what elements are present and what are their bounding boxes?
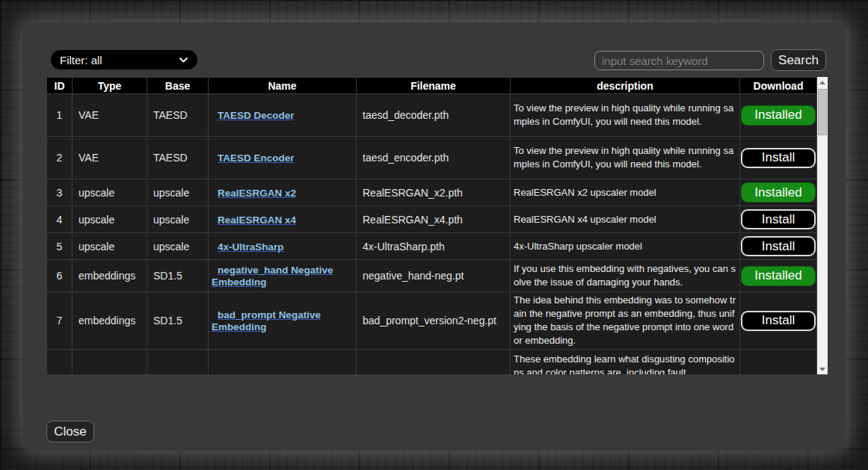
model-name-link[interactable]: RealESRGAN x4 (218, 214, 296, 226)
cell-type: VAE (73, 94, 147, 136)
cell-type: upscale (73, 233, 147, 259)
cell-base: TAESD (147, 94, 208, 136)
table-row: 3upscaleupscaleRealESRGAN x2RealESRGAN_x… (47, 179, 816, 205)
cell-description: RealESRGAN x4 upscaler model (511, 206, 739, 232)
cell-id: 5 (47, 233, 72, 259)
table-row: 1VAETAESDTAESD Decodertaesd_decoder.pthT… (47, 94, 816, 136)
cell-id: 1 (47, 94, 72, 136)
cell-name: RealESRGAN x4 (209, 206, 356, 232)
filter-select-value: Filter: all (60, 54, 102, 67)
cell-id (47, 350, 72, 374)
close-button[interactable]: Close (46, 421, 94, 442)
cell-type (73, 350, 147, 374)
cell-base: TAESD (147, 137, 208, 179)
cell-description: 4x-UltraSharp upscaler model (511, 233, 739, 259)
table-header-row: IDTypeBaseNameFilenamedescriptionDownloa… (47, 78, 816, 93)
cell-filename: bad_prompt_version2-neg.pt (357, 292, 510, 349)
cell-name (209, 350, 356, 374)
model-name-link[interactable]: 4x-UltraSharp (218, 241, 284, 253)
cell-type: embeddings (73, 260, 147, 291)
installed-button[interactable]: Installed (741, 266, 816, 286)
table-row: 5upscaleupscale4x-UltraSharp4x-UltraShar… (47, 233, 816, 259)
search-input[interactable] (594, 51, 764, 70)
cell-type: upscale (73, 206, 147, 232)
vertical-scrollbar[interactable] (817, 77, 828, 374)
install-button[interactable]: Install (741, 148, 816, 168)
install-button[interactable]: Install (741, 236, 816, 256)
cell-type: upscale (73, 179, 147, 205)
cell-description: To view the preview in high quality whil… (511, 137, 739, 179)
cell-download: Install (740, 137, 816, 179)
install-button[interactable]: Install (741, 209, 816, 229)
cell-type: embeddings (73, 292, 147, 349)
cell-id: 6 (47, 260, 72, 291)
table-row: These embedding learn what disgusting co… (47, 350, 816, 374)
cell-base: upscale (147, 233, 208, 259)
cell-name: 4x-UltraSharp (209, 233, 356, 259)
cell-name: TAESD Decoder (209, 94, 356, 136)
cell-id: 2 (47, 137, 72, 179)
cell-base: upscale (147, 206, 208, 232)
column-header-description: description (511, 78, 739, 93)
column-header-type: Type (73, 78, 147, 93)
search-button[interactable]: Search (771, 49, 826, 71)
cell-download: Install (740, 292, 816, 349)
cell-filename: taesd_decoder.pth (357, 94, 510, 136)
cell-download: Installed (740, 94, 816, 136)
cell-download: Install (740, 206, 816, 232)
cell-download (740, 350, 816, 374)
cell-filename (357, 350, 510, 374)
filter-select[interactable]: Filter: all (51, 50, 197, 69)
cell-name: bad_prompt Negative Embedding (209, 292, 356, 349)
cell-name: TAESD Encoder (209, 137, 356, 179)
model-name-link[interactable]: negative_hand Negative Embedding (212, 265, 333, 288)
cell-filename: RealESRGAN_x4.pth (357, 206, 510, 232)
chevron-down-icon (179, 57, 188, 64)
cell-description: If you use this embedding with negatives… (511, 260, 739, 291)
models-table-widget: IDTypeBaseNameFilenamedescriptionDownloa… (46, 77, 828, 374)
cell-description: RealESRGAN x2 upscaler model (511, 179, 739, 205)
model-name-link[interactable]: TAESD Decoder (218, 110, 295, 121)
cell-id: 7 (47, 292, 72, 349)
cell-id: 3 (47, 179, 72, 205)
models-table-scroll-area: IDTypeBaseNameFilenamedescriptionDownloa… (46, 77, 817, 374)
cell-filename: RealESRGAN_x2.pth (357, 179, 510, 205)
cell-name: RealESRGAN x2 (209, 179, 356, 205)
cell-filename: taesd_encoder.pth (357, 137, 510, 179)
cell-download: Install (740, 233, 816, 259)
scrollbar-down-arrow-icon[interactable] (817, 364, 828, 374)
column-header-base: Base (147, 78, 208, 93)
models-table: IDTypeBaseNameFilenamedescriptionDownloa… (46, 77, 817, 374)
table-row: 4upscaleupscaleRealESRGAN x4RealESRGAN_x… (47, 206, 816, 232)
cell-base: SD1.5 (147, 260, 208, 291)
cell-base (147, 350, 208, 374)
cell-base: upscale (147, 179, 208, 205)
installed-button[interactable]: Installed (741, 105, 816, 126)
column-header-name: Name (209, 78, 356, 93)
cell-base: SD1.5 (147, 292, 208, 349)
cell-description: These embedding learn what disgusting co… (511, 350, 739, 374)
cell-filename: 4x-UltraSharp.pth (357, 233, 510, 259)
install-button[interactable]: Install (741, 311, 816, 331)
column-header-download: Download (740, 78, 816, 93)
column-header-id: ID (47, 78, 72, 93)
model-name-link[interactable]: TAESD Encoder (218, 152, 295, 164)
cell-download: Installed (740, 260, 816, 291)
installed-button[interactable]: Installed (741, 182, 816, 202)
scrollbar-thumb[interactable] (818, 89, 827, 135)
install-models-dialog: Filter: all Search IDTypeBaseNameFilenam… (22, 22, 846, 451)
cell-download: Installed (740, 179, 816, 205)
cell-description: The idea behind this embedding was to so… (511, 292, 739, 349)
table-row: 2VAETAESDTAESD Encodertaesd_encoder.pthT… (47, 137, 816, 179)
cell-filename: negative_hand-neg.pt (357, 260, 510, 291)
model-name-link[interactable]: bad_prompt Negative Embedding (212, 309, 321, 333)
column-header-filename: Filename (357, 78, 510, 93)
model-name-link[interactable]: RealESRGAN x2 (218, 188, 296, 199)
cell-id: 4 (47, 206, 72, 232)
table-row: 6embeddingsSD1.5negative_hand Negative E… (47, 260, 816, 291)
table-row: 7embeddingsSD1.5bad_prompt Negative Embe… (47, 292, 816, 349)
scrollbar-up-arrow-icon[interactable] (817, 77, 828, 87)
cell-type: VAE (73, 137, 147, 179)
cell-description: To view the preview in high quality whil… (511, 94, 739, 136)
cell-name: negative_hand Negative Embedding (209, 260, 356, 291)
